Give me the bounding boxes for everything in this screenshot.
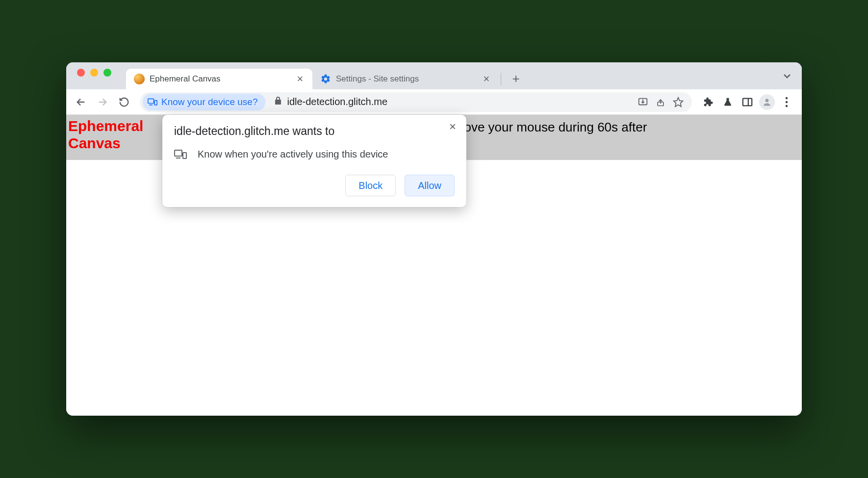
allow-button[interactable]: Allow	[405, 175, 455, 196]
lock-icon[interactable]	[274, 96, 282, 107]
close-tab-button[interactable]: ×	[296, 75, 305, 83]
tab-active[interactable]: Ephemeral Canvas ×	[126, 69, 312, 89]
svg-point-14	[786, 101, 788, 103]
dialog-permission-row: Know when you're actively using this dev…	[174, 149, 455, 160]
permission-chip[interactable]: Know your device use?	[143, 94, 265, 110]
svg-marker-9	[674, 97, 683, 106]
block-button[interactable]: Block	[345, 175, 396, 196]
install-app-icon[interactable]	[636, 95, 650, 109]
share-icon[interactable]	[654, 95, 667, 109]
tab-title: Ephemeral Canvas	[150, 74, 291, 84]
svg-rect-2	[148, 99, 154, 103]
bookmark-icon[interactable]	[671, 95, 685, 109]
dialog-close-button[interactable]: ×	[446, 120, 460, 133]
tab-separator	[501, 73, 501, 85]
svg-point-13	[786, 97, 788, 99]
new-tab-button[interactable]: +	[507, 70, 525, 87]
labs-button[interactable]	[718, 93, 737, 111]
permission-dialog: × idle-detection.glitch.me wants to Know…	[162, 115, 466, 207]
avatar-icon	[759, 94, 775, 110]
tab-strip: Ephemeral Canvas × Settings - Site setti…	[66, 62, 802, 89]
settings-favicon-icon	[320, 74, 331, 84]
reload-button[interactable]	[115, 93, 133, 111]
window-close-button[interactable]	[77, 69, 85, 77]
tab-inactive[interactable]: Settings - Site settings ×	[312, 69, 499, 89]
url-text: idle-detection.glitch.me	[287, 96, 631, 107]
browser-window: Ephemeral Canvas × Settings - Site setti…	[66, 62, 802, 416]
svg-point-15	[786, 105, 788, 106]
back-button[interactable]	[72, 93, 90, 111]
dialog-permission-text: Know when you're actively using this dev…	[198, 149, 388, 160]
menu-button[interactable]	[777, 93, 796, 111]
profile-button[interactable]	[758, 93, 776, 111]
address-bar[interactable]: Know your device use? idle-detection.gli…	[140, 92, 692, 112]
page-content: Ephemeral Canvas (Don't move your mouse …	[66, 115, 802, 416]
tab-title: Settings - Site settings	[336, 74, 477, 84]
svg-rect-16	[175, 150, 182, 156]
dialog-title: idle-detection.glitch.me wants to	[174, 125, 455, 138]
svg-rect-4	[154, 100, 157, 105]
forward-button[interactable]	[94, 93, 111, 111]
window-minimize-button[interactable]	[90, 69, 98, 77]
svg-rect-10	[743, 98, 752, 106]
page-title: Ephemeral Canvas	[66, 115, 161, 152]
sidepanel-button[interactable]	[738, 93, 757, 111]
glitch-favicon-icon	[134, 74, 145, 84]
window-controls	[74, 62, 126, 89]
tab-list-button[interactable]	[781, 70, 793, 82]
permission-chip-label: Know your device use?	[161, 97, 257, 107]
close-tab-button[interactable]: ×	[482, 75, 491, 83]
toolbar: Know your device use? idle-detection.gli…	[66, 89, 802, 115]
devices-icon	[174, 149, 187, 160]
svg-point-12	[766, 99, 769, 102]
extensions-button[interactable]	[699, 93, 717, 111]
window-maximize-button[interactable]	[103, 69, 111, 77]
svg-rect-18	[183, 153, 186, 159]
